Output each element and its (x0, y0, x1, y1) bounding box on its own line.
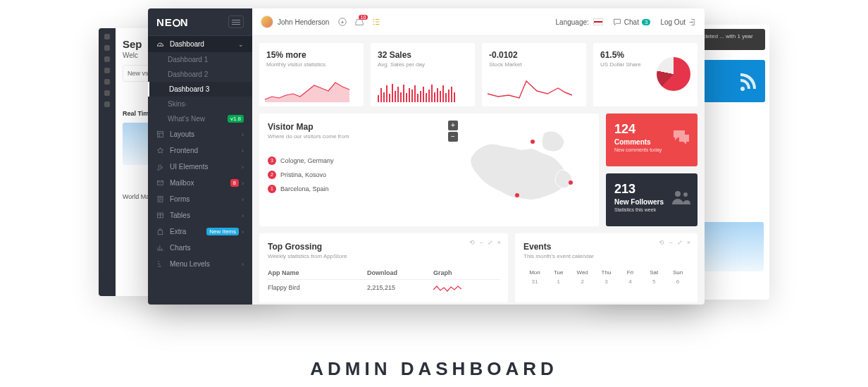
svg-rect-13 (400, 92, 402, 102)
close-icon[interactable]: × (687, 239, 690, 246)
language-label: Language: (556, 18, 589, 26)
chat-button[interactable]: Chat 3 (613, 18, 651, 26)
sidebar-item-frontend[interactable]: Frontend› (148, 142, 252, 159)
stat-sub: Stock Market (489, 61, 579, 68)
chat-count: 3 (642, 19, 650, 25)
stat-title: 32 Sales (378, 50, 468, 60)
logo[interactable]: NEN (156, 16, 189, 28)
tree-icon (156, 260, 164, 268)
user-name[interactable]: John Henderson (278, 18, 329, 26)
expand-icon[interactable]: ⤢ (677, 239, 683, 246)
svg-point-36 (675, 191, 681, 197)
layout-icon (156, 130, 164, 138)
compass-icon[interactable] (337, 17, 347, 27)
svg-rect-31 (451, 87, 452, 102)
stat-title: 15% more (266, 50, 356, 60)
row-sparkline (433, 284, 461, 293)
svg-rect-30 (448, 90, 450, 102)
sidebar-item-mailbox[interactable]: Mailbox8› (148, 175, 252, 191)
badge-mail-count: 8 (230, 179, 239, 187)
badge-msg: 10 (359, 15, 368, 20)
svg-rect-20 (420, 91, 421, 102)
panel-sub: This month's event calendar (523, 253, 689, 259)
wrench-icon (156, 163, 164, 171)
svg-rect-21 (423, 87, 424, 102)
gauge-icon (156, 40, 164, 48)
svg-rect-16 (409, 88, 410, 102)
svg-rect-32 (454, 92, 455, 102)
svg-point-33 (531, 140, 535, 144)
sidebar-item-charts[interactable]: Charts (148, 240, 252, 256)
close-icon[interactable]: × (497, 239, 501, 246)
users-icon (671, 189, 692, 204)
table-row[interactable]: Flappy Bird 2,215,215 (268, 280, 500, 294)
avatar[interactable] (261, 16, 273, 28)
flag-uk-icon[interactable] (593, 18, 603, 25)
logout-icon (688, 18, 696, 26)
svg-rect-24 (431, 85, 433, 102)
minimize-icon[interactable]: − (669, 239, 672, 246)
svg-rect-23 (428, 90, 430, 102)
svg-rect-8 (386, 85, 388, 102)
sidebar-sub-dashboard2[interactable]: Dashboard 2 (148, 67, 252, 82)
svg-rect-6 (380, 88, 382, 102)
sidebar: NEN Dashboard ⌄ Dashboard 1 Dashboard 2 … (148, 8, 252, 305)
reload-icon[interactable]: ⟲ (659, 239, 664, 246)
svg-point-37 (683, 192, 688, 197)
menu-toggle-button[interactable] (228, 16, 244, 28)
svg-rect-11 (395, 91, 396, 102)
minimize-icon[interactable]: − (479, 239, 483, 246)
stat-sub: Monthly visitor statistics (266, 61, 356, 68)
followers-card[interactable]: 213 New Followers Statistics this week (606, 173, 698, 226)
main-window: NEN Dashboard ⌄ Dashboard 1 Dashboard 2 … (148, 8, 705, 305)
pie-chart (657, 57, 690, 91)
sidebar-item-menulevels[interactable]: Menu Levels› (148, 256, 252, 272)
logout-button[interactable]: Log Out (660, 18, 696, 26)
page-title: ADMIN DASHBOARD (0, 358, 868, 380)
zoom-out-button[interactable]: − (448, 132, 458, 142)
map-svg[interactable] (465, 121, 592, 219)
rss-icon (738, 70, 760, 91)
svg-rect-14 (403, 85, 404, 102)
svg-rect-7 (383, 92, 385, 102)
visitor-map-card: Visitor Map Where do our visitors come f… (259, 113, 599, 226)
sidebar-item-forms[interactable]: Forms› (148, 191, 252, 207)
bg-blue-tile (702, 60, 765, 102)
chart-icon (156, 244, 164, 252)
star-icon (156, 147, 164, 154)
sidebar-item-tables[interactable]: Tables› (148, 207, 252, 223)
stat-card-stock: -0.0102 Stock Market (482, 43, 586, 106)
chevron-down-icon: ⌄ (238, 41, 244, 48)
svg-rect-19 (417, 94, 418, 102)
form-icon (156, 195, 164, 203)
sidebar-item-extra[interactable]: ExtraNew Items› (148, 223, 252, 240)
comments-card[interactable]: 124 Comments New comments today (606, 113, 698, 166)
task-icon[interactable] (371, 17, 381, 27)
inbox-icon[interactable]: 10 (354, 17, 364, 27)
sidebar-item-label: Dashboard (170, 40, 204, 48)
sidebar-sub-whatsnew[interactable]: What's Newv1.8 (148, 111, 252, 126)
expand-icon[interactable]: ⤢ (488, 239, 493, 246)
sparkline-bars (376, 78, 461, 102)
svg-rect-29 (445, 93, 447, 102)
top-grossing-panel: ⟲−⤢× Top Grossing Weekly statistics from… (259, 233, 508, 302)
svg-point-34 (515, 193, 519, 197)
svg-point-35 (569, 180, 573, 185)
stat-card-sales: 32 Sales Avg. Sales per day (371, 43, 475, 106)
sidebar-item-layouts[interactable]: Layouts› (148, 126, 252, 142)
svg-rect-12 (397, 87, 399, 102)
reload-icon[interactable]: ⟲ (469, 239, 475, 246)
sidebar-sub-dashboard3[interactable]: Dashboard 3 (148, 82, 252, 97)
followers-sub: Statistics this week (614, 207, 689, 212)
sidebar-item-dashboard[interactable]: Dashboard ⌄ (148, 36, 252, 52)
comments-sub: New comments today (614, 147, 689, 152)
svg-rect-25 (434, 92, 435, 102)
sidebar-sub-dashboard1[interactable]: Dashboard 1 (148, 52, 252, 67)
sidebar-sub-skins[interactable]: Skins› (148, 97, 252, 111)
sidebar-item-ui[interactable]: UI Elements› (148, 159, 252, 175)
table-icon (156, 211, 164, 219)
svg-rect-17 (411, 90, 413, 102)
svg-rect-22 (426, 93, 427, 102)
chat-icon (613, 18, 621, 26)
zoom-in-button[interactable]: + (448, 121, 458, 130)
